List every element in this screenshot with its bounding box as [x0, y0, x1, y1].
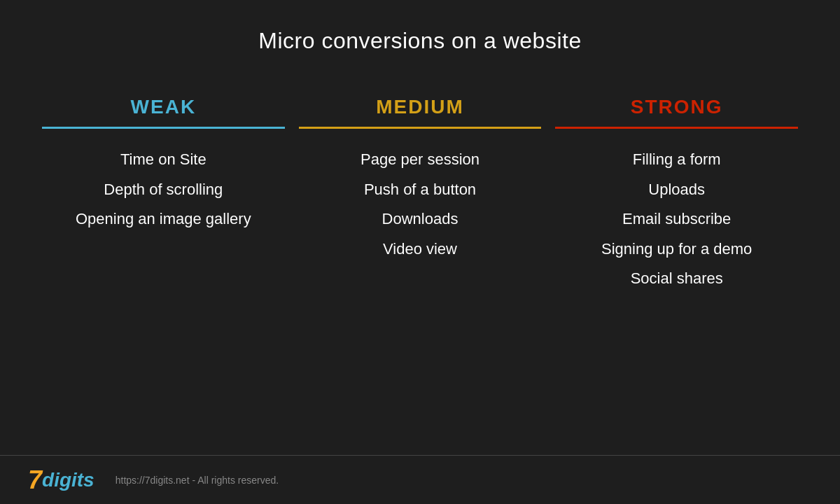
- main-container: Micro conversions on a website WEAKTime …: [0, 0, 840, 504]
- page-title: Micro conversions on a website: [258, 28, 581, 54]
- weak-item-1: Depth of scrolling: [104, 180, 223, 200]
- logo-7: 7: [28, 465, 42, 495]
- footer-copyright: https://7digits.net - All rights reserve…: [115, 475, 279, 486]
- column-header-strong: STRONG: [631, 96, 723, 118]
- medium-item-3: Video view: [383, 239, 457, 260]
- column-items-medium: Page per sessionPush of a buttonDownload…: [360, 150, 479, 259]
- column-medium: MEDIUMPage per sessionPush of a buttonDo…: [299, 96, 542, 289]
- medium-item-0: Page per session: [360, 150, 479, 170]
- footer: 7 digits https://7digits.net - All right…: [0, 455, 840, 504]
- column-divider-strong: [555, 127, 798, 129]
- medium-item-2: Downloads: [382, 209, 458, 230]
- columns-container: WEAKTime on SiteDepth of scrollingOpenin…: [42, 96, 798, 289]
- logo-digits: digits: [42, 469, 94, 491]
- column-strong: STRONGFilling a formUploadsEmail subscri…: [555, 96, 798, 289]
- strong-item-0: Filling a form: [633, 150, 721, 170]
- medium-item-1: Push of a button: [364, 180, 476, 200]
- column-divider-weak: [42, 127, 285, 129]
- strong-item-4: Social shares: [631, 269, 723, 289]
- strong-item-3: Signing up for a demo: [601, 239, 752, 260]
- strong-item-1: Uploads: [648, 180, 705, 200]
- logo: 7 digits: [28, 465, 94, 495]
- column-items-weak: Time on SiteDepth of scrollingOpening an…: [76, 150, 251, 230]
- column-divider-medium: [299, 127, 542, 129]
- strong-item-2: Email subscribe: [622, 209, 731, 230]
- column-header-medium: MEDIUM: [376, 96, 464, 118]
- column-items-strong: Filling a formUploadsEmail subscribeSign…: [601, 150, 752, 289]
- weak-item-0: Time on Site: [120, 150, 206, 170]
- column-header-weak: WEAK: [131, 96, 197, 118]
- column-weak: WEAKTime on SiteDepth of scrollingOpenin…: [42, 96, 285, 289]
- weak-item-2: Opening an image gallery: [76, 209, 251, 230]
